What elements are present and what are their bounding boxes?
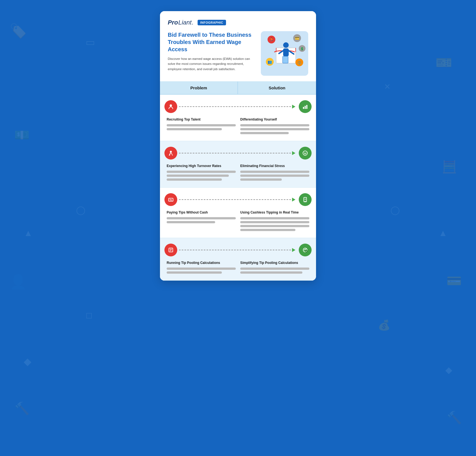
problem-lines-2 xyxy=(167,171,236,181)
header-description: Discover how an earned wage access (EWA)… xyxy=(168,56,256,72)
solution-label-3: Using Cashless Tipping in Real Time xyxy=(240,210,309,214)
svg-point-27 xyxy=(306,152,306,153)
text-line xyxy=(240,221,309,223)
text-line xyxy=(240,268,309,270)
svg-rect-20 xyxy=(303,107,304,109)
solution-icon-1 xyxy=(299,100,312,113)
text-line xyxy=(167,217,236,219)
solution-label-2: Eliminating Financial Stress xyxy=(240,164,309,168)
table-row: Recruiting Top Talent Differentiating Yo… xyxy=(160,95,316,141)
infographic-badge: INFOGRAPHIC xyxy=(198,20,226,25)
arrow-1 xyxy=(292,105,295,109)
logo-suffix: . xyxy=(192,19,193,26)
row-content: Experiencing High Turnover Rates Elimina… xyxy=(160,141,316,187)
table-header: Problem Solution xyxy=(160,82,316,95)
text-line xyxy=(167,178,222,181)
svg-text:👥: 👥 xyxy=(268,60,272,64)
problem-lines-1 xyxy=(167,124,236,130)
svg-text:💳: 💳 xyxy=(295,36,300,41)
text-line xyxy=(240,128,309,130)
text-line xyxy=(167,128,222,130)
problem-icon-3: $ xyxy=(164,193,177,206)
table-row: Running Tip Pooling Calculations Simplif… xyxy=(160,238,316,281)
row-col-solution-4: Simplifying Tip Pooling Calculations xyxy=(238,261,312,274)
solution-lines-1 xyxy=(240,124,309,134)
text-line xyxy=(240,178,282,181)
problem-label-4: Running Tip Pooling Calculations xyxy=(167,261,236,265)
text-line xyxy=(240,171,309,173)
text-line xyxy=(167,268,236,270)
header-title: Bid Farewell to These Business Troubles … xyxy=(168,31,256,53)
problem-icon-4 xyxy=(164,244,177,256)
text-line xyxy=(167,124,236,126)
solution-lines-2 xyxy=(240,171,309,181)
problem-lines-3 xyxy=(167,217,236,223)
row-col-solution-3: Using Cashless Tipping in Real Time xyxy=(238,210,312,231)
text-line xyxy=(167,175,229,177)
problem-label-3: Paying Tips Without Cash xyxy=(167,210,236,214)
svg-text:⚖️: ⚖️ xyxy=(297,60,302,65)
col1-header: Problem xyxy=(160,82,238,94)
svg-text:💲: 💲 xyxy=(300,47,304,51)
dotted-line-3 xyxy=(179,199,291,200)
logo-pro: Pro xyxy=(168,19,178,26)
row-icons xyxy=(164,100,312,113)
text-line xyxy=(240,175,309,177)
table-row: $ $ Paying Tips Without Cash xyxy=(160,188,316,238)
text-line xyxy=(240,132,289,134)
row-icons: $ $ xyxy=(164,193,312,206)
header-content: Bid Farewell to These Business Troubles … xyxy=(168,31,308,76)
illustration-svg: 🏃 💳 👥 ⚖️ 💲 xyxy=(261,31,308,76)
row-col-problem-3: Paying Tips Without Cash xyxy=(164,210,238,231)
text-line xyxy=(240,229,295,231)
problem-lines-4 xyxy=(167,268,236,274)
text-line xyxy=(240,217,309,219)
solution-lines-4 xyxy=(240,268,309,274)
row-col-problem-2: Experiencing High Turnover Rates xyxy=(164,164,238,181)
row-col-problem-1: Recruiting Top Talent xyxy=(164,117,238,134)
svg-line-24 xyxy=(170,153,170,155)
table-section: Problem Solution Recruiting Top xyxy=(160,81,316,281)
text-line xyxy=(240,271,302,274)
problem-icon-1 xyxy=(164,100,177,113)
svg-rect-22 xyxy=(306,105,307,109)
svg-point-19 xyxy=(170,104,172,107)
text-line xyxy=(167,171,236,173)
dotted-line-4 xyxy=(179,250,291,250)
row-content: Running Tip Pooling Calculations Simplif… xyxy=(160,238,316,280)
text-line xyxy=(240,225,309,227)
table-row: Experiencing High Turnover Rates Elimina… xyxy=(160,141,316,188)
text-line xyxy=(240,124,309,126)
arrow-3 xyxy=(292,198,295,202)
svg-rect-21 xyxy=(305,106,306,109)
dotted-line-2 xyxy=(179,153,291,153)
col2-header: Solution xyxy=(238,82,316,94)
problem-label-1: Recruiting Top Talent xyxy=(167,117,236,121)
svg-rect-4 xyxy=(283,56,288,63)
svg-point-26 xyxy=(304,152,305,153)
header-top: ProLiant. INFOGRAPHIC xyxy=(168,19,308,26)
row-icons xyxy=(164,147,312,160)
svg-text:$: $ xyxy=(171,199,172,201)
solution-label-4: Simplifying Tip Pooling Calculations xyxy=(240,261,309,265)
solution-icon-4 xyxy=(299,244,312,256)
header-section: ProLiant. INFOGRAPHIC Bid Farewell to Th… xyxy=(160,11,316,81)
svg-text:🏃: 🏃 xyxy=(269,37,274,42)
row-col-solution-1: Differentiating Yourself xyxy=(238,117,312,134)
row-col-solution-2: Eliminating Financial Stress xyxy=(238,164,312,181)
solution-lines-3 xyxy=(240,217,309,231)
header-illustration: 🏃 💳 👥 ⚖️ 💲 xyxy=(261,31,308,76)
svg-rect-6 xyxy=(283,48,289,56)
row-content: $ $ Paying Tips Without Cash xyxy=(160,188,316,238)
dotted-line-1 xyxy=(179,106,291,107)
svg-text:$: $ xyxy=(305,198,306,200)
main-card: ProLiant. INFOGRAPHIC Bid Farewell to Th… xyxy=(160,11,316,281)
logo: ProLiant. xyxy=(168,19,194,26)
text-line xyxy=(167,221,215,223)
solution-icon-2 xyxy=(299,147,312,160)
header-text: Bid Farewell to These Business Troubles … xyxy=(168,31,256,72)
row-icons xyxy=(164,244,312,256)
arrow-2 xyxy=(292,151,295,155)
row-content: Recruiting Top Talent Differentiating Yo… xyxy=(160,95,316,141)
solution-icon-3: $ xyxy=(299,193,312,206)
